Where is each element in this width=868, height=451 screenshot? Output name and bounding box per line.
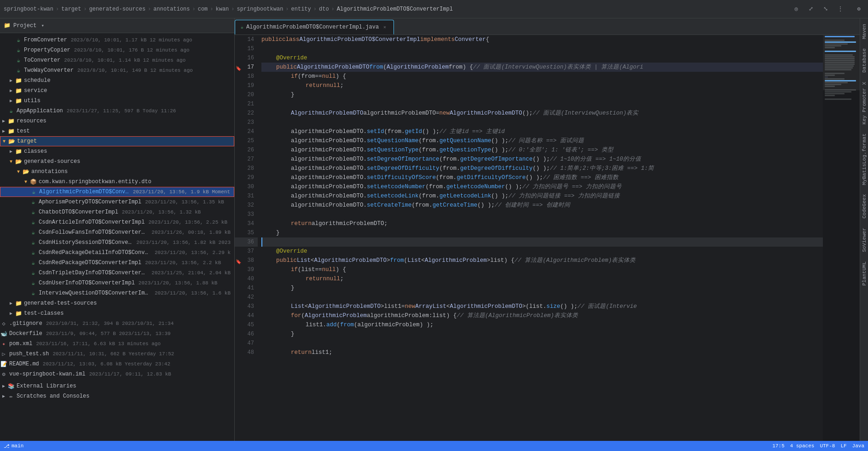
collapse-arrow: ▶ (7, 97, 15, 104)
tab-label: AlgorithmicProblemDTO$ConverterImpl.java (246, 24, 379, 30)
sidebar-item-pomxml[interactable]: ✦ pom.xml 2023/11/16, 17:11, 6.63 kB 13 … (0, 339, 234, 349)
line-num-16: 16 (235, 53, 258, 63)
sidebar-item-csdnredpackagedetail[interactable]: ☕ CsdnRedPackageDetailInfoDTO$ConverterI… (0, 248, 234, 258)
more-icon[interactable]: ⋮ (835, 4, 846, 15)
branch-label: main (12, 443, 23, 449)
right-panel: Maven Database Key Promoter X MyBatisLog… (860, 18, 868, 441)
indent-indicator[interactable]: 4 spaces (790, 443, 815, 449)
line-num-41: 41 (235, 283, 258, 293)
iml-file-icon: ⚙ (0, 370, 7, 378)
sidebar-item-schedule[interactable]: ▶ 📁 schedule (0, 75, 234, 86)
sidebar-item-twowayconverter[interactable]: ☕ TwoWayConverter 2023/8/10, 10:01, 149 … (0, 65, 234, 75)
git-branch[interactable]: ⎇ main (4, 443, 23, 449)
sidebar-item-csdnhistory[interactable]: ☕ CsdnHistorySessionDTO$ConverterImpl 20… (0, 237, 234, 248)
line-num-45: 45 (235, 320, 258, 330)
folder-open-icon: 📂 (22, 168, 29, 175)
code-editor: 14 15 16 🔖17 18 19 20 21 22 23 24 25 26 … (235, 35, 860, 441)
maven-panel[interactable]: Maven (861, 20, 868, 43)
git-icon: ⎇ (4, 443, 10, 449)
breadcrumb-part: com (198, 6, 208, 12)
sidebar-item-generated-sources[interactable]: ▼ 📂 generated-sources (0, 156, 234, 167)
sidebar-item-service[interactable]: ▶ 📁 service (0, 86, 234, 96)
sidebar: 📁 Project ▾ ☕ FromConverter 2023/8/10, 1… (0, 18, 235, 441)
dockerfile-icon: 🐋 (0, 330, 7, 337)
sidebar-item-aphorism[interactable]: ☕ AphorismPoetryDTO$ConverterImpl 2023/1… (0, 197, 234, 207)
codegeex-panel[interactable]: CodeGeex (861, 191, 868, 222)
tab-algorithmicproblem[interactable]: ☕ AlgorithmicProblemDTO$ConverterImpl.ja… (235, 20, 394, 35)
java-file-icon: ☕ (29, 289, 37, 297)
mybatislog-panel[interactable]: MyBatisLog.format (861, 130, 868, 189)
line-num-28: 28 (235, 164, 258, 173)
breadcrumb-part: entity (291, 6, 311, 12)
sidebar-item-csdnfollowfans[interactable]: ☕ CsdnFollowFansInfoDTO$ConverterImpl 20… (0, 227, 234, 237)
java-file-icon: ☕ (29, 239, 37, 246)
code-line-44: for ( AlgorithmicProblem algorithmicProb… (261, 311, 823, 320)
sidebar-item-readme[interactable]: 📝 README.md 2023/11/12, 13:03, 6.08 kB Y… (0, 359, 234, 369)
sidebar-item-csdnredpackage[interactable]: ☕ CsdnRedPackageDTO$ConverterImpl 2023/1… (0, 258, 234, 268)
sidebar-item-propertycopier[interactable]: ☕ PropertyCopier 2023/8/10, 10:01, 176 B… (0, 45, 234, 55)
code-line-27: algorithmicProblemDTO.setDegreeOfImporta… (261, 155, 823, 164)
package-icon: 📦 (29, 178, 37, 185)
sidebar-item-csdnuserinfo[interactable]: ☕ CsdnUserInfoDTO$ConverterImpl 2023/11/… (0, 278, 234, 288)
line-sep-indicator[interactable]: LF (840, 443, 846, 449)
minimap-content[interactable] (823, 35, 860, 441)
sidebar-item-csdntripletday[interactable]: ☕ CsdnTripletDayInfoDTO$ConverterImpl 20… (0, 268, 234, 278)
key-promoter-panel[interactable]: Key Promoter X (861, 78, 868, 128)
folder-icon: 📁 (15, 310, 22, 317)
java-tab-icon: ☕ (241, 24, 243, 30)
language-label: Java (852, 443, 864, 449)
plantuml-panel[interactable]: PlantUML (861, 258, 868, 289)
java-file-icon: ☕ (29, 249, 37, 256)
sidebar-item-target[interactable]: ▼ 📂 target (0, 136, 234, 146)
collapse-arrow: ▶ (7, 148, 15, 155)
code-line-41: } (261, 283, 823, 293)
expand-arrow: ▼ (7, 158, 15, 165)
code-line-47 (261, 339, 823, 348)
target-icon[interactable]: ◎ (791, 4, 802, 15)
code-line-22: AlgorithmicProblemDTO algorithmicProblem… (261, 109, 823, 118)
sidebar-item-algorithmicproblem-converter[interactable]: ☕ AlgorithmicProblemDTO$ConverterImpl 20… (0, 187, 234, 197)
sidebar-item-toconverter[interactable]: ☕ ToConverter 2023/8/10, 10:01, 1.14 kB … (0, 55, 234, 65)
sidebar-item-dockerfile[interactable]: 🐋 Dockerfile 2023/11/9, 09:44, 577 B 202… (0, 329, 234, 339)
sidebar-item-test[interactable]: ▶ 📁 test (0, 126, 234, 136)
position-indicator[interactable]: 17:5 (772, 443, 784, 449)
sidebar-item-generated-test-sources[interactable]: ▶ 📁 generated-test-sources (0, 298, 234, 308)
folder-icon: 📁 (15, 300, 22, 307)
line-numbers-gutter: 14 15 16 🔖17 18 19 20 21 22 23 24 25 26 … (235, 35, 258, 441)
sidebar-item-gitignore[interactable]: ◇ .gitignore 2023/10/31, 21:32, 394 B 20… (0, 318, 234, 329)
code-content[interactable]: public class AlgorithmicProblemDTO$Conve… (258, 35, 823, 441)
sidebar-item-appapplication[interactable]: ☕ AppApplication 2023/11/27, 11:25, 597 … (0, 106, 234, 116)
sidebar-tree[interactable]: ☕ FromConverter 2023/8/10, 10:01, 1.17 k… (0, 33, 234, 441)
sidebar-item-csdnarticle[interactable]: ☕ CsdnArticleInfoDTO$ConverterImpl 2023/… (0, 217, 234, 227)
tab-close-button[interactable]: ✕ (382, 24, 388, 30)
line-num-33: 33 (235, 210, 258, 219)
soviewer-panel[interactable]: SoViewer (861, 224, 868, 256)
project-dropdown[interactable]: ▾ (41, 23, 44, 29)
sidebar-item-package[interactable]: ▼ 📦 com.kwan.springbootkwan.entity.dto (0, 177, 234, 187)
test-folder-icon: 📁 (7, 127, 15, 135)
language-indicator[interactable]: Java (852, 443, 864, 449)
sidebar-item-interviewquestion[interactable]: ☕ InterviewQuestionDTO$ConverterImpl 202… (0, 288, 234, 298)
collapse-icon[interactable]: ⤡ (820, 4, 831, 15)
sidebar-item-external-libraries[interactable]: ▶ 📚 External Libraries (0, 381, 234, 391)
expand-icon[interactable]: ⤢ (805, 4, 816, 15)
sidebar-item-iml[interactable]: ⚙ vue-springboot-kwan.iml 2023/11/17, 09… (0, 369, 234, 379)
collapse-arrow: ▶ (0, 393, 7, 400)
sidebar-item-chatbot[interactable]: ☕ ChatbotDTO$ConverterImpl 2023/11/20, 1… (0, 207, 234, 217)
sidebar-item-scratches[interactable]: ▶ ✏ Scratches and Consoles (0, 391, 234, 401)
code-line-42 (261, 293, 823, 302)
folder-icon: 📁 (15, 87, 22, 94)
line-num-34: 34 (235, 219, 258, 228)
encoding-indicator[interactable]: UTF-8 (820, 443, 835, 449)
sidebar-item-classes[interactable]: ▶ 📁 classes (0, 146, 234, 156)
line-num-18: 18 (235, 72, 258, 81)
sidebar-item-utils[interactable]: ▶ 📁 utils (0, 96, 234, 106)
sidebar-item-fromconverter[interactable]: ☕ FromConverter 2023/8/10, 10:01, 1.17 k… (0, 35, 234, 45)
sidebar-item-resources[interactable]: ▶ 📁 resources (0, 116, 234, 126)
database-panel[interactable]: Database (861, 45, 868, 76)
sidebar-item-test-classes[interactable]: ▶ 📁 test-classes (0, 308, 234, 318)
sidebar-item-annotations[interactable]: ▼ 📂 annotations (0, 167, 234, 177)
line-num-48: 48 (235, 348, 258, 357)
sidebar-item-pushtest[interactable]: ▷ push_test.sh 2023/11/11, 10:31, 662 B … (0, 349, 234, 359)
settings-icon[interactable]: ⚙ (853, 4, 864, 15)
